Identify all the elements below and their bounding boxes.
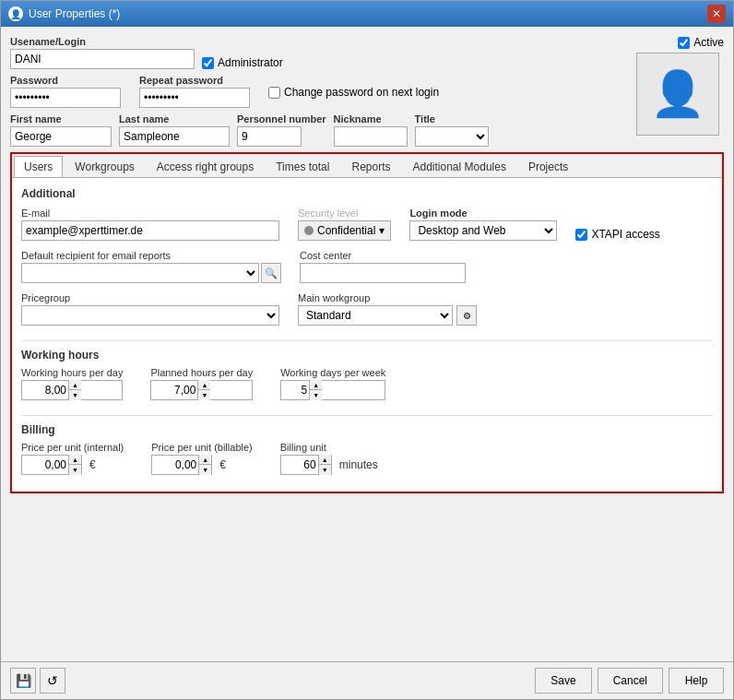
password-input[interactable] (10, 88, 121, 108)
refresh-icon-button[interactable]: ↺ (40, 668, 65, 694)
workgroup-config-button[interactable]: ⚙ (456, 305, 477, 326)
tab-access-right-groups[interactable]: Access right groups (147, 156, 264, 177)
planned-hours-per-day-input[interactable] (151, 381, 197, 399)
price-billable-label: Price per unit (billable) (151, 442, 252, 453)
divider-2 (21, 415, 713, 416)
save-button[interactable]: Save (535, 668, 591, 694)
spin-up-working-days[interactable]: ▲ (309, 380, 322, 390)
billing-unit-spinbox: ▲ ▼ (280, 455, 332, 475)
admin-label: Administrator (218, 56, 283, 69)
help-button[interactable]: Help (669, 668, 724, 694)
cost-center-input[interactable] (300, 263, 466, 283)
tab-times-total[interactable]: Times total (266, 156, 339, 177)
spin-up-price-internal[interactable]: ▲ (68, 455, 81, 465)
spin-down-working-hours[interactable]: ▼ (68, 390, 81, 400)
email-input[interactable] (21, 220, 279, 241)
username-admin-row: Usename/Login Administrator (10, 36, 622, 69)
recipient-cost-row: Default recipient for email reports 🔍 Co… (21, 250, 713, 283)
username-input[interactable] (10, 49, 195, 69)
close-button[interactable]: ✕ (707, 5, 726, 23)
change-pw-checkbox[interactable] (268, 87, 280, 99)
title-bar-left: 👤 User Properties (*) (8, 6, 120, 21)
password-group: Password (10, 75, 121, 108)
working-days-per-week-input[interactable] (281, 381, 309, 399)
security-level-button[interactable]: Confidential ▾ (298, 220, 391, 241)
working-hours-per-day-label: Working hours per day (21, 367, 123, 378)
main-workgroup-group: Main workgroup Standard ⚙ (298, 292, 477, 326)
tab-users[interactable]: Users (14, 156, 63, 177)
password-label: Password (10, 75, 121, 86)
spin-down-price-billable[interactable]: ▼ (198, 465, 211, 475)
working-hours-title: Working hours (21, 349, 713, 362)
email-label: E-mail (21, 208, 279, 219)
firstname-input[interactable] (10, 126, 112, 147)
nickname-label: Nickname (334, 113, 408, 125)
price-internal-spinbox: ▲ ▼ (21, 455, 82, 475)
avatar-icon: 👤 (650, 68, 705, 120)
price-internal-label: Price per unit (internal) (21, 442, 124, 453)
recipient-row: 🔍 (21, 263, 281, 283)
main-workgroup-select[interactable]: Standard (298, 305, 453, 326)
spinbox-btns-price-internal: ▲ ▼ (68, 455, 81, 475)
tab-additional-modules[interactable]: Additional Modules (403, 156, 516, 177)
personnel-number-label: Personnel number (237, 113, 326, 125)
login-mode-select[interactable]: Desktop and Web Desktop only Web only (409, 220, 557, 241)
tab-projects[interactable]: Projects (518, 156, 578, 177)
price-internal-input[interactable] (22, 456, 68, 474)
cost-center-label: Cost center (300, 250, 466, 261)
price-billable-input[interactable] (152, 456, 198, 474)
pricegroup-select[interactable] (21, 305, 279, 326)
spin-down-price-internal[interactable]: ▼ (68, 465, 81, 475)
tab-workgroups[interactable]: Workgroups (65, 156, 144, 177)
spin-down-working-days[interactable]: ▼ (309, 390, 322, 400)
change-pw-row: Change password on next login (268, 75, 439, 108)
recipient-search-button[interactable]: 🔍 (261, 263, 281, 283)
additional-form: E-mail Security level Confidential ▾ (21, 208, 713, 326)
spin-down-planned-hours[interactable]: ▼ (197, 390, 210, 400)
cancel-button[interactable]: Cancel (598, 668, 663, 694)
recipient-select[interactable] (21, 263, 259, 283)
tabs-bar: Users Workgroups Access right groups Tim… (12, 154, 722, 178)
spin-down-billing-unit[interactable]: ▼ (318, 465, 331, 475)
avatar-box: 👤 (636, 53, 719, 136)
nickname-input[interactable] (334, 126, 408, 147)
active-label: Active (693, 36, 724, 49)
active-checkbox[interactable] (678, 37, 690, 49)
tab-reports[interactable]: Reports (341, 156, 400, 177)
spin-up-working-hours[interactable]: ▲ (68, 380, 81, 390)
repeat-password-group: Repeat password (139, 75, 250, 108)
billing-unit-input[interactable] (281, 456, 318, 474)
tab-content-users: Additional E-mail Security level (12, 178, 722, 492)
personnel-number-input[interactable] (237, 126, 302, 147)
bottom-left-buttons: 💾 ↺ (10, 668, 65, 694)
currency-symbol-billable: € (219, 458, 226, 471)
login-mode-label: Login mode (409, 208, 557, 219)
repeat-password-label: Repeat password (139, 75, 250, 86)
billing-unit-group: Billing unit ▲ ▼ minutes (280, 442, 378, 475)
admin-checkbox[interactable] (202, 57, 214, 69)
title-select[interactable]: Dr. Prof. (415, 126, 489, 147)
admin-checkbox-row: Administrator (202, 40, 283, 69)
billing-unit-suffix: minutes (339, 458, 378, 471)
planned-hours-spinbox: ▲ ▼ (150, 380, 253, 400)
xtapi-checkbox[interactable] (575, 229, 587, 241)
lastname-input[interactable] (119, 126, 230, 147)
main-workgroup-row: Standard ⚙ (298, 305, 477, 326)
working-hours-per-day-input[interactable] (22, 381, 68, 399)
tab-content-inner: Additional E-mail Security level (21, 187, 713, 482)
email-field-group: E-mail (21, 208, 279, 241)
firstname-group: First name (10, 113, 112, 147)
spin-up-planned-hours[interactable]: ▲ (197, 380, 210, 390)
names-row: First name Last name Personnel number Ni… (10, 113, 622, 147)
pricegroup-label: Pricegroup (21, 292, 279, 303)
top-left-fields: Usename/Login Administrator Password (10, 36, 622, 147)
repeat-password-input[interactable] (139, 88, 250, 108)
spinbox-btns-planned-hours: ▲ ▼ (197, 380, 210, 400)
planned-hours-per-day-label: Planned hours per day (150, 367, 253, 378)
save-icon-button[interactable]: 💾 (10, 668, 36, 694)
spin-up-price-billable[interactable]: ▲ (198, 455, 211, 465)
currency-symbol-internal: € (89, 458, 96, 471)
spin-up-billing-unit[interactable]: ▲ (318, 455, 331, 465)
working-days-per-week-label: Working days per week (280, 367, 385, 378)
active-checkbox-row: Active (678, 36, 724, 49)
